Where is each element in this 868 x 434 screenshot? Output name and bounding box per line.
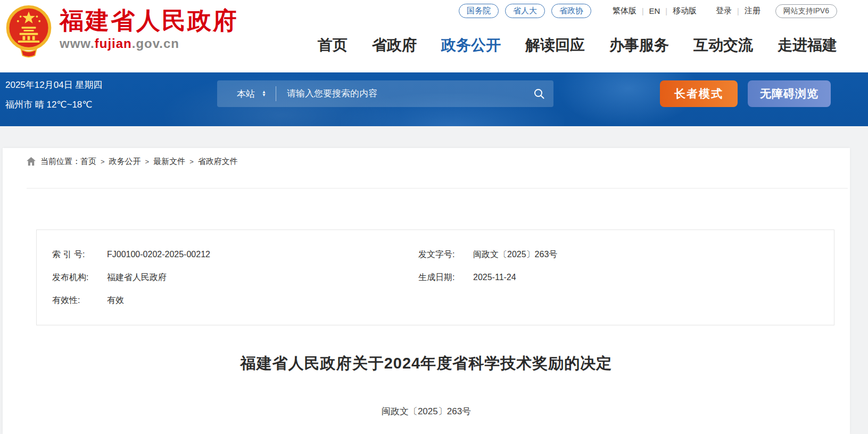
main-nav: 首页 省政府 政务公开 解读回应 办事服务 互动交流 走进福建 — [318, 35, 837, 55]
site-url: www.fujian.gov.cn — [60, 36, 238, 51]
nav-item-government-affairs[interactable]: 政务公开 — [441, 35, 501, 55]
breadcrumb-prefix: 当前位置： — [40, 157, 80, 167]
separator: | — [642, 7, 644, 15]
separator: | — [665, 7, 667, 15]
content-card: 当前位置： 首页 > 政务公开 > 最新文件 > 省政府文件 索 引 号: FJ… — [3, 148, 850, 434]
metadata-row-issue-date: 生成日期: 2025-11-24 — [418, 266, 557, 289]
breadcrumb-separator: > — [101, 158, 105, 166]
search-scope-select[interactable]: 本站 — [237, 88, 255, 100]
breadcrumb-item-provincial-documents[interactable]: 省政府文件 — [198, 157, 238, 167]
metadata-label: 发文字号: — [418, 243, 473, 266]
link-english[interactable]: EN — [649, 6, 660, 15]
search-bar: 本站 ▲▼ — [217, 80, 553, 107]
nav-item-home[interactable]: 首页 — [318, 35, 348, 55]
site-logo[interactable]: 福建省人民政府 www.fujian.gov.cn — [5, 4, 238, 58]
link-traditional-chinese[interactable]: 繁体版 — [613, 6, 636, 16]
breadcrumb: 当前位置： 首页 > 政务公开 > 最新文件 > 省政府文件 — [27, 155, 850, 168]
nav-item-provincial-government[interactable]: 省政府 — [372, 35, 417, 55]
home-icon[interactable] — [27, 157, 36, 166]
utility-links: 国务院 省人大 省政协 繁体版 | EN | 移动版 登录 | 注册 网站支持I… — [459, 4, 837, 18]
url-www: www. — [60, 36, 95, 51]
elder-mode-button[interactable]: 长者模式 — [660, 80, 738, 107]
weather-info: 福州市 晴 12℃~18℃ — [5, 99, 102, 111]
article-document-number: 闽政文〔2025〕263号 — [3, 405, 850, 417]
register-link[interactable]: 注册 — [745, 6, 760, 16]
link-state-council[interactable]: 国务院 — [459, 4, 499, 18]
breadcrumb-separator: > — [145, 158, 150, 166]
article-title: 福建省人民政府关于2024年度省科学技术奖励的决定 — [3, 353, 850, 374]
validity-value: 有效 — [107, 289, 124, 312]
search-icon — [533, 88, 545, 100]
breadcrumb-item-home[interactable]: 首页 — [80, 157, 96, 167]
nav-item-interpretation[interactable]: 解读回应 — [525, 35, 585, 55]
url-domain: fujian — [95, 36, 132, 51]
accessibility-button[interactable]: 无障碍浏览 — [748, 80, 831, 107]
breadcrumb-item-latest-documents[interactable]: 最新文件 — [153, 157, 185, 167]
metadata-right-column: 发文字号: 闽政文〔2025〕263号 生成日期: 2025-11-24 — [418, 243, 557, 289]
site-name: 福建省人民政府 — [60, 6, 238, 35]
url-suffix: .gov.cn — [132, 36, 179, 51]
document-metadata-box: 索 引 号: FJ00100-0202-2025-00212 发布机构: 福建省… — [36, 230, 834, 325]
document-number-value: 闽政文〔2025〕263号 — [473, 243, 557, 266]
nav-item-interaction[interactable]: 互动交流 — [693, 35, 753, 55]
metadata-label: 有效性: — [52, 289, 107, 312]
breadcrumb-separator: > — [189, 158, 194, 166]
nav-item-services[interactable]: 办事服务 — [609, 35, 669, 55]
site-title-block: 福建省人民政府 www.fujian.gov.cn — [60, 4, 238, 51]
link-provincial-congress[interactable]: 省人大 — [505, 4, 545, 18]
issuing-agency-value: 福建省人民政府 — [107, 266, 167, 289]
metadata-row-document-number: 发文字号: 闽政文〔2025〕263号 — [418, 243, 557, 266]
metadata-label: 发布机构: — [52, 266, 107, 289]
index-number-value: FJ00100-0202-2025-00212 — [107, 243, 210, 266]
separator: | — [737, 7, 739, 15]
search-divider — [276, 86, 276, 101]
breadcrumb-item-government-affairs[interactable]: 政务公开 — [109, 157, 141, 167]
nav-item-discover-fujian[interactable]: 走进福建 — [778, 35, 837, 55]
metadata-row-index-number: 索 引 号: FJ00100-0202-2025-00212 — [52, 243, 210, 266]
metadata-left-column: 索 引 号: FJ00100-0202-2025-00212 发布机构: 福建省… — [52, 243, 210, 312]
link-cppcc[interactable]: 省政协 — [551, 4, 591, 18]
language-switcher: 繁体版 | EN | 移动版 — [613, 6, 697, 16]
search-button[interactable] — [533, 88, 545, 100]
auth-links: 登录 | 注册 — [716, 6, 760, 16]
metadata-row-validity: 有效性: 有效 — [52, 289, 210, 312]
site-header: 福建省人民政府 www.fujian.gov.cn 国务院 省人大 省政协 繁体… — [0, 0, 868, 72]
metadata-label: 生成日期: — [418, 266, 473, 289]
metadata-label: 索 引 号: — [52, 243, 107, 266]
search-input[interactable] — [287, 88, 533, 99]
metadata-row-issuing-agency: 发布机构: 福建省人民政府 — [52, 266, 210, 289]
login-link[interactable]: 登录 — [716, 6, 732, 16]
chevron-updown-icon[interactable]: ▲▼ — [262, 91, 266, 97]
issue-date-value: 2025-11-24 — [473, 266, 516, 289]
ipv6-badge: 网站支持IPV6 — [775, 4, 837, 18]
national-emblem-icon — [5, 4, 52, 58]
sub-header-banner: 2025年12月04日 星期四 福州市 晴 12℃~18℃ 本站 ▲▼ 长者模式… — [0, 72, 868, 126]
date-weather-block: 2025年12月04日 星期四 福州市 晴 12℃~18℃ — [5, 79, 102, 111]
link-mobile-version[interactable]: 移动版 — [673, 6, 697, 16]
current-date: 2025年12月04日 星期四 — [5, 79, 102, 91]
horizontal-divider — [27, 188, 848, 189]
